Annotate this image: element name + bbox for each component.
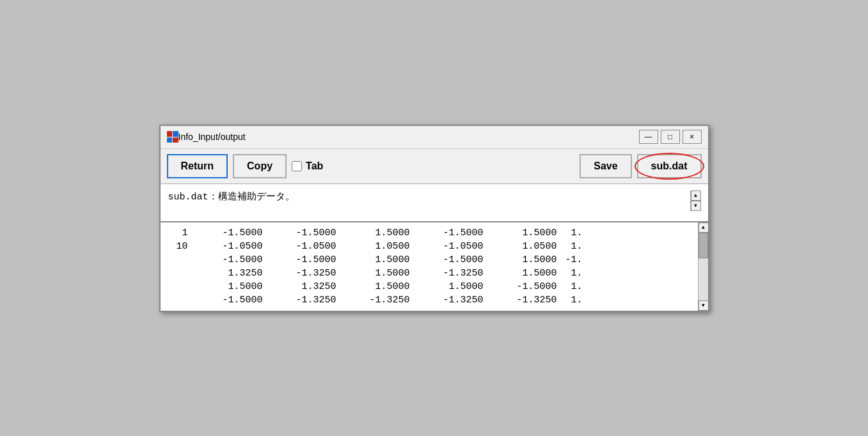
col-v5: 1.0500: [490, 241, 564, 252]
tab-checkbox-label[interactable]: Tab: [292, 160, 323, 172]
table-row: -1.5000 -1.5000 1.5000 -1.5000 1.5000 -1…: [161, 253, 698, 267]
close-button[interactable]: ×: [683, 130, 702, 144]
col-v2: -1.3250: [269, 268, 343, 279]
tab-label: Tab: [306, 160, 323, 172]
table-row: -1.5000 -1.3250 -1.3250 -1.3250 -1.3250 …: [161, 293, 698, 307]
return-button[interactable]: Return: [167, 154, 228, 178]
col-v5: -1.3250: [490, 295, 564, 306]
minimize-button[interactable]: —: [639, 130, 658, 144]
col-v2: -1.5000: [269, 228, 343, 238]
col-v5: -1.5000: [490, 281, 564, 292]
col-v4: -1.0500: [416, 241, 490, 252]
col-v3: 1.5000: [343, 268, 416, 279]
col-v2: -1.3250: [269, 295, 343, 306]
subdat-button[interactable]: sub.dat: [637, 154, 702, 178]
col-v3: 1.5000: [343, 254, 416, 265]
col-idx: 10: [161, 241, 196, 252]
col-v3: 1.0500: [343, 241, 416, 252]
scroll-down-arrow[interactable]: ▼: [691, 201, 701, 211]
col-v4: -1.3250: [416, 268, 490, 279]
col-v3: 1.5000: [343, 228, 416, 238]
col-v3: 1.5000: [343, 281, 416, 292]
col-idx: 1: [161, 228, 196, 238]
data-area: 1 -1.5000 -1.5000 1.5000 -1.5000 1.5000 …: [161, 222, 708, 311]
info-text: sub.dat：構造補助データ。: [168, 191, 690, 203]
scroll-up-arrow[interactable]: ▲: [691, 191, 701, 201]
table-row: 1.5000 1.3250 1.5000 1.5000 -1.5000 1.: [161, 280, 698, 293]
col-v5: 1.5000: [490, 228, 564, 238]
save-button[interactable]: Save: [580, 154, 631, 178]
maximize-button[interactable]: □: [661, 130, 680, 144]
col-v4: -1.5000: [416, 254, 490, 265]
table-row: 1 -1.5000 -1.5000 1.5000 -1.5000 1.5000 …: [161, 226, 698, 240]
scroll-thumb[interactable]: [698, 233, 708, 258]
copy-button[interactable]: Copy: [233, 154, 287, 178]
col-v2: -1.5000: [269, 254, 343, 265]
col-v6: 1.: [564, 295, 583, 306]
col-v6: 1.: [564, 268, 583, 279]
col-v1: -1.5000: [196, 254, 269, 265]
table-row: 10 -1.0500 -1.0500 1.0500 -1.0500 1.0500…: [161, 240, 698, 253]
col-v6: -1.: [564, 254, 583, 265]
col-v3: -1.3250: [343, 295, 416, 306]
data-scrollbar[interactable]: ▲ ▼: [698, 222, 708, 311]
col-v1: 1.5000: [196, 281, 269, 292]
col-v2: -1.0500: [269, 241, 343, 252]
info-scrollbar: ▲ ▼: [690, 191, 700, 211]
window-title: Info_Input/output: [178, 132, 639, 142]
col-v2: 1.3250: [269, 281, 343, 292]
scroll-track: [698, 233, 708, 300]
info-area: sub.dat：構造補助データ。 ▲ ▼: [161, 184, 708, 222]
col-v1: 1.3250: [196, 268, 269, 279]
col-v5: 1.5000: [490, 268, 564, 279]
toolbar: Return Copy Tab Save sub.dat: [161, 149, 708, 184]
col-v5: 1.5000: [490, 254, 564, 265]
col-v6: 1.: [564, 228, 583, 238]
main-window: Info_Input/output — □ × Return Copy Tab …: [159, 125, 709, 312]
data-scroll-down[interactable]: ▼: [698, 300, 709, 311]
tab-checkbox[interactable]: [292, 161, 302, 171]
col-v6: 1.: [564, 281, 583, 292]
col-v1: -1.0500: [196, 241, 269, 252]
col-v4: 1.5000: [416, 281, 490, 292]
col-v4: -1.5000: [416, 228, 490, 238]
title-bar: Info_Input/output — □ ×: [161, 126, 708, 149]
table-row: 1.3250 -1.3250 1.5000 -1.3250 1.5000 1.: [161, 267, 698, 280]
data-scroll-up[interactable]: ▲: [698, 222, 709, 233]
col-v6: 1.: [564, 241, 583, 252]
col-v1: -1.5000: [196, 295, 269, 306]
app-icon: [167, 131, 178, 143]
data-content: 1 -1.5000 -1.5000 1.5000 -1.5000 1.5000 …: [161, 222, 698, 311]
col-v1: -1.5000: [196, 228, 269, 238]
col-v4: -1.3250: [416, 295, 490, 306]
window-controls: — □ ×: [639, 130, 702, 144]
